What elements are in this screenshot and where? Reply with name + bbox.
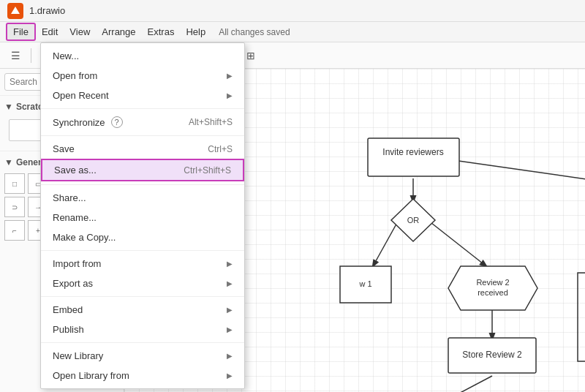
menu-open-library[interactable]: Open Library from ▶ xyxy=(41,366,244,385)
menu-open-recent[interactable]: Open Recent ▶ xyxy=(41,86,244,105)
menu-synchronize[interactable]: Synchronize ? Alt+Shift+S xyxy=(41,112,244,132)
menu-section-4: Share... Rename... Make a Copy... xyxy=(41,185,244,251)
svg-text:received: received xyxy=(478,288,508,297)
menu-section-5: Import from ▶ Export as ▶ xyxy=(41,251,244,297)
toolbar-sep-1 xyxy=(31,48,31,63)
file-menu: New... Open from ▶ Open Recent ▶ Synchro… xyxy=(40,42,245,389)
menu-edit[interactable]: Edit xyxy=(36,24,64,39)
toolbar-toggle[interactable]: ☰ xyxy=(6,46,25,65)
menu-section-3: Save Ctrl+S Save as... Ctrl+Shift+S xyxy=(41,136,244,185)
menu-save[interactable]: Save Ctrl+S xyxy=(41,139,244,159)
svg-text:Invite reviewers: Invite reviewers xyxy=(382,147,443,157)
menu-file[interactable]: File xyxy=(6,23,36,41)
menu-arrange[interactable]: Arrange xyxy=(96,24,141,39)
menu-section-7: New Library ▶ Open Library from ▶ xyxy=(41,343,244,388)
arrow-icon-6: ▶ xyxy=(227,325,233,333)
app-icon xyxy=(7,3,23,19)
arrow-icon-3: ▶ xyxy=(227,260,233,268)
arrow-icon-5: ▶ xyxy=(227,306,233,314)
arrow-icon-7: ▶ xyxy=(227,352,233,360)
menu-section-2: Synchronize ? Alt+Shift+S xyxy=(41,109,244,136)
svg-marker-0 xyxy=(11,7,20,14)
svg-text:OR: OR xyxy=(407,216,420,225)
status-text: All changes saved xyxy=(219,27,290,37)
menu-publish[interactable]: Publish ▶ xyxy=(41,320,244,339)
menubar: File Edit View Arrange Extras Help All c… xyxy=(0,22,585,42)
question-icon: ? xyxy=(111,116,123,128)
chevron-down-icon: ▼ xyxy=(4,102,13,112)
menu-section-1: New... Open from ▶ Open Recent ▶ xyxy=(41,43,244,109)
menu-save-as[interactable]: Save as... Ctrl+Shift+S xyxy=(41,159,244,181)
menu-extras[interactable]: Extras xyxy=(142,24,181,39)
menu-new-library[interactable]: New Library ▶ xyxy=(41,346,244,366)
arrow-icon: ▶ xyxy=(227,72,233,80)
menu-export-as[interactable]: Export as ▶ xyxy=(41,274,244,293)
menu-embed[interactable]: Embed ▶ xyxy=(41,300,244,320)
shape-rect[interactable]: □ xyxy=(4,173,25,194)
shape-note[interactable]: ⌐ xyxy=(4,220,25,241)
titlebar: 1.drawio xyxy=(0,0,585,22)
svg-rect-12 xyxy=(368,138,459,176)
svg-text:Store Review 2: Store Review 2 xyxy=(462,350,522,360)
menu-section-6: Embed ▶ Publish ▶ xyxy=(41,297,244,343)
svg-line-2 xyxy=(373,220,399,266)
svg-line-3 xyxy=(428,220,486,266)
menu-open-from[interactable]: Open from ▶ xyxy=(41,66,244,86)
menu-import-from[interactable]: Import from ▶ xyxy=(41,254,244,274)
svg-text:w 1: w 1 xyxy=(358,279,371,288)
arrow-icon-4: ▶ xyxy=(227,279,233,287)
svg-text:Review 2: Review 2 xyxy=(476,278,509,287)
menu-rename[interactable]: Rename... xyxy=(41,208,244,227)
svg-line-5 xyxy=(413,376,492,392)
menu-make-copy[interactable]: Make a Copy... xyxy=(41,227,244,247)
menu-share[interactable]: Share... xyxy=(41,188,244,208)
arrow-icon-8: ▶ xyxy=(227,372,233,380)
arrow-icon-2: ▶ xyxy=(227,91,233,99)
shape-cylinder[interactable]: ⊃ xyxy=(4,197,25,217)
menu-help[interactable]: Help xyxy=(180,24,211,39)
svg-line-9 xyxy=(453,160,585,182)
menu-new[interactable]: New... xyxy=(41,46,244,66)
menu-view[interactable]: View xyxy=(64,24,96,39)
chevron-down-icon-2: ▼ xyxy=(4,157,13,167)
title-text: 1.drawio xyxy=(29,5,65,16)
